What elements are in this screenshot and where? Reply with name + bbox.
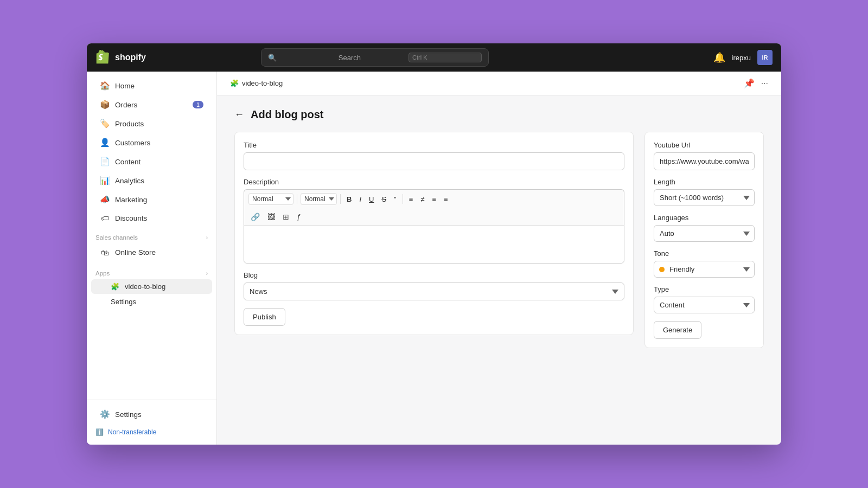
form-side: Youtube Url Length Short (~1000 words) M… bbox=[644, 132, 764, 357]
editor-body[interactable] bbox=[244, 226, 624, 264]
toolbar-divider-1 bbox=[297, 194, 297, 204]
publish-button[interactable]: Publish bbox=[244, 308, 285, 326]
shopify-logo[interactable]: shopify bbox=[95, 50, 146, 65]
sidebar-item-settings-sub[interactable]: Settings bbox=[91, 294, 212, 309]
sidebar-item-products[interactable]: 🏷️ Products bbox=[91, 114, 212, 133]
sidebar-item-customers[interactable]: 👤 Customers bbox=[91, 133, 212, 152]
languages-label: Languages bbox=[654, 214, 755, 222]
search-icon: 🔍 bbox=[268, 54, 334, 62]
discounts-icon: 🏷 bbox=[100, 214, 110, 223]
bell-icon[interactable]: 🔔 bbox=[713, 52, 725, 63]
tone-select-wrapper: Friendly Professional Casual bbox=[654, 261, 755, 278]
logo-text: shopify bbox=[115, 53, 146, 62]
blog-post-card: Title Description Normal Heading 1 Headi… bbox=[234, 132, 634, 335]
home-icon: 🏠 bbox=[100, 81, 110, 91]
user-avatar[interactable]: IR bbox=[757, 50, 773, 65]
length-field: Length Short (~1000 words) Medium (~2000… bbox=[654, 178, 755, 206]
sidebar-item-discounts[interactable]: 🏷 Discounts bbox=[91, 209, 212, 227]
back-button[interactable]: ← bbox=[234, 109, 244, 120]
unordered-list-button[interactable]: ≠ bbox=[418, 194, 427, 204]
ordered-list-button[interactable]: ≡ bbox=[406, 194, 416, 204]
blog-label: Blog bbox=[244, 271, 624, 279]
orders-badge: 1 bbox=[193, 101, 203, 108]
content-area: 🧩 video-to-blog 📌 ··· ← Add blog post bbox=[217, 72, 781, 445]
table-button[interactable]: ⊞ bbox=[280, 211, 291, 222]
sidebar-item-label: video-to-blog bbox=[125, 282, 165, 291]
breadcrumb-actions: 📌 ··· bbox=[744, 78, 768, 88]
customers-icon: 👤 bbox=[100, 138, 110, 147]
non-transferable-item[interactable]: ℹ️ Non-transferable bbox=[87, 424, 216, 440]
bold-button[interactable]: B bbox=[344, 194, 354, 204]
languages-select[interactable]: Auto English Spanish French bbox=[654, 225, 755, 242]
youtube-url-input[interactable] bbox=[654, 152, 755, 170]
sidebar-item-label: Products bbox=[115, 120, 144, 128]
pin-icon[interactable]: 📌 bbox=[744, 78, 755, 88]
sidebar: 🏠 Home 📦 Orders 1 🏷️ Products 👤 Customer… bbox=[87, 72, 217, 445]
sidebar-item-label: Online Store bbox=[115, 248, 156, 256]
toolbar-divider-3 bbox=[403, 194, 403, 204]
sidebar-item-orders[interactable]: 📦 Orders 1 bbox=[91, 95, 212, 114]
top-nav: shopify 🔍 Search Ctrl K 🔔 irepxu IR bbox=[87, 43, 781, 72]
orders-icon: 📦 bbox=[100, 100, 110, 110]
breadcrumb-icon: 🧩 bbox=[230, 79, 239, 87]
sidebar-item-label: Discounts bbox=[115, 214, 147, 222]
breadcrumb-text: video-to-blog bbox=[242, 79, 283, 87]
sidebar-bottom: ⚙️ Settings ℹ️ Non-transferable bbox=[87, 400, 216, 445]
non-transferable-label: Non-transferable bbox=[108, 428, 156, 436]
type-select[interactable]: Content Tutorial Review bbox=[654, 297, 755, 313]
sidebar-item-settings[interactable]: ⚙️ Settings bbox=[91, 405, 212, 423]
tone-select[interactable]: Friendly Professional Casual bbox=[654, 261, 755, 278]
sidebar-item-online-store[interactable]: 🛍 Online Store bbox=[91, 243, 212, 261]
type-label: Type bbox=[654, 285, 755, 293]
description-label: Description bbox=[244, 178, 624, 186]
sidebar-item-video-to-blog[interactable]: 🧩 video-to-blog bbox=[91, 279, 212, 294]
content-icon: 📄 bbox=[100, 157, 110, 166]
image-button[interactable]: 🖼 bbox=[265, 211, 277, 222]
underline-button[interactable]: U bbox=[366, 194, 376, 204]
tone-label: Tone bbox=[654, 249, 755, 258]
products-icon: 🏷️ bbox=[100, 119, 110, 129]
chevron-icon: › bbox=[206, 235, 208, 241]
sidebar-item-label: Orders bbox=[115, 101, 137, 109]
settings-icon: ⚙️ bbox=[100, 409, 110, 419]
page-header: ← Add blog post bbox=[234, 108, 764, 121]
editor-toolbar: Normal Heading 1 Heading 2 Normal Large … bbox=[244, 189, 624, 208]
style-select-1[interactable]: Normal Heading 1 Heading 2 bbox=[248, 193, 293, 205]
align-right-button[interactable]: ≡ bbox=[441, 194, 451, 204]
user-name: irepxu bbox=[732, 54, 751, 62]
editor-icons-row: 🔗 🖼 ⊞ ƒ bbox=[244, 208, 624, 226]
sidebar-item-label: Analytics bbox=[115, 177, 144, 185]
length-label: Length bbox=[654, 178, 755, 186]
title-input[interactable] bbox=[244, 152, 624, 170]
side-panel-card: Youtube Url Length Short (~1000 words) M… bbox=[644, 132, 764, 348]
analytics-icon: 📊 bbox=[100, 176, 110, 185]
sidebar-item-label: Home bbox=[115, 82, 135, 90]
youtube-url-label: Youtube Url bbox=[654, 141, 755, 149]
sidebar-item-marketing[interactable]: 📣 Marketing bbox=[91, 190, 212, 209]
length-select[interactable]: Short (~1000 words) Medium (~2000 words)… bbox=[654, 189, 755, 206]
main-layout: 🏠 Home 📦 Orders 1 🏷️ Products 👤 Customer… bbox=[87, 72, 781, 445]
app-icon: 🧩 bbox=[111, 282, 119, 291]
strikethrough-button[interactable]: S bbox=[379, 194, 389, 204]
generate-button[interactable]: Generate bbox=[654, 321, 701, 339]
youtube-url-field: Youtube Url bbox=[654, 141, 755, 170]
sidebar-item-home[interactable]: 🏠 Home bbox=[91, 76, 212, 95]
style-select-2[interactable]: Normal Large Small bbox=[301, 193, 337, 205]
blog-select[interactable]: News bbox=[244, 282, 624, 300]
link-button[interactable]: 🔗 bbox=[248, 211, 262, 222]
sidebar-item-label: Marketing bbox=[115, 196, 147, 204]
code-button[interactable]: ƒ bbox=[295, 211, 303, 222]
page-content: ← Add blog post Title Description bbox=[217, 95, 781, 445]
breadcrumb-bar: 🧩 video-to-blog 📌 ··· bbox=[217, 72, 781, 95]
languages-field: Languages Auto English Spanish French bbox=[654, 214, 755, 242]
sidebar-item-analytics[interactable]: 📊 Analytics bbox=[91, 171, 212, 190]
more-icon[interactable]: ··· bbox=[761, 79, 768, 88]
italic-button[interactable]: I bbox=[356, 194, 364, 204]
sales-channels-section: Sales channels › bbox=[87, 228, 216, 243]
apps-chevron-icon: › bbox=[206, 271, 208, 277]
form-columns: Title Description Normal Heading 1 Headi… bbox=[234, 132, 764, 357]
align-left-button[interactable]: ≡ bbox=[429, 194, 439, 204]
search-bar[interactable]: 🔍 Search Ctrl K bbox=[261, 48, 489, 67]
sidebar-item-content[interactable]: 📄 Content bbox=[91, 152, 212, 171]
quote-button[interactable]: " bbox=[391, 194, 399, 204]
